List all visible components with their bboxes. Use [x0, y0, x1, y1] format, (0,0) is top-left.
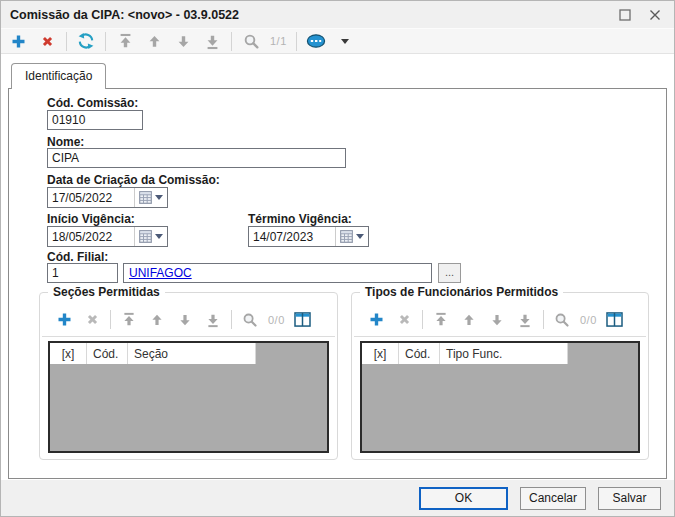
move-last-button[interactable]	[202, 31, 222, 51]
cod-comissao-label: Cód. Comissão:	[47, 96, 138, 110]
caret-down-icon	[155, 234, 163, 243]
caret-down-icon	[341, 39, 349, 48]
tipos-search-button[interactable]	[552, 310, 572, 330]
arrow-up-bar-icon	[117, 33, 134, 50]
secoes-grid[interactable]: [x] Cód. Seção	[48, 341, 329, 453]
view-dropdown-button[interactable]	[335, 31, 355, 51]
termino-vigencia-calendar-button[interactable]	[335, 227, 368, 246]
secoes-delete-button[interactable]	[82, 310, 102, 330]
maximize-icon	[619, 9, 631, 21]
data-criacao-datepicker[interactable]	[47, 187, 168, 208]
tipos-toolbar: 0/0	[354, 299, 646, 337]
card-view-button[interactable]	[306, 31, 326, 51]
secoes-column-chooser-button[interactable]	[293, 310, 313, 330]
tipos-delete-button[interactable]	[394, 310, 414, 330]
search-button[interactable]	[241, 31, 261, 51]
save-button[interactable]: Salvar	[598, 487, 661, 510]
data-criacao-calendar-button[interactable]	[134, 188, 167, 207]
termino-vigencia-datepicker[interactable]	[248, 226, 369, 247]
inicio-vigencia-calendar-button[interactable]	[134, 227, 167, 246]
filial-link[interactable]: UNIFAGOC	[129, 266, 192, 280]
ok-button[interactable]: OK	[419, 487, 508, 510]
toolbar-separator	[422, 310, 423, 329]
secoes-move-down-button[interactable]	[175, 310, 195, 330]
group-title: Seções Permitidas	[48, 285, 165, 299]
secoes-move-up-button[interactable]	[147, 310, 167, 330]
tipos-move-up-button[interactable]	[459, 310, 479, 330]
page-indicator: 1/1	[270, 35, 287, 47]
table-columns-icon	[294, 312, 311, 327]
caret-down-icon	[356, 234, 364, 243]
column-header-cod[interactable]: Cód.	[87, 343, 128, 364]
column-header-check[interactable]: [x]	[50, 343, 87, 364]
toolbar-separator	[105, 32, 106, 51]
refresh-button[interactable]	[76, 31, 96, 51]
client-area: Identificação Cód. Comissão: Nome: Data …	[1, 54, 674, 480]
arrow-down-icon	[489, 312, 505, 328]
secoes-search-button[interactable]	[240, 310, 260, 330]
move-first-button[interactable]	[115, 31, 135, 51]
cancel-button[interactable]: Cancelar	[520, 487, 586, 510]
arrow-down-bar-icon	[517, 312, 533, 328]
move-next-button[interactable]	[173, 31, 193, 51]
tipos-add-button[interactable]	[366, 310, 386, 330]
column-header-tipo-func[interactable]: Tipo Func.	[440, 343, 568, 364]
inicio-vigencia-label: Início Vigência:	[47, 212, 135, 226]
tipos-move-down-button[interactable]	[487, 310, 507, 330]
arrow-up-bar-icon	[433, 312, 449, 328]
tipos-move-first-button[interactable]	[431, 310, 451, 330]
nome-label: Nome:	[47, 135, 84, 149]
secoes-toolbar: 0/0	[42, 299, 335, 337]
delete-record-button[interactable]	[37, 31, 57, 51]
termino-vigencia-input[interactable]	[249, 227, 335, 246]
maximize-button[interactable]	[618, 8, 632, 22]
arrow-down-bar-icon	[204, 33, 221, 50]
column-header-cod[interactable]: Cód.	[399, 343, 440, 364]
caret-down-icon	[155, 195, 163, 204]
plus-icon	[11, 34, 26, 49]
inicio-vigencia-input[interactable]	[48, 227, 134, 246]
tab-identificacao[interactable]: Identificação	[11, 63, 106, 89]
data-criacao-label: Data de Criação da Comissão:	[47, 173, 220, 187]
column-header-secao[interactable]: Seção	[128, 343, 256, 364]
cod-comissao-input[interactable]	[47, 110, 143, 130]
main-toolbar: 1/1	[1, 28, 674, 54]
secoes-move-first-button[interactable]	[119, 310, 139, 330]
tab-label: Identificação	[25, 69, 92, 83]
dialog-footer: OK Cancelar Salvar	[1, 480, 674, 516]
add-record-button[interactable]	[8, 31, 28, 51]
tipos-counter: 0/0	[580, 314, 597, 326]
toolbar-separator	[231, 32, 232, 51]
card-view-icon	[306, 33, 326, 49]
secoes-add-button[interactable]	[54, 310, 74, 330]
cod-filial-input[interactable]	[47, 263, 118, 283]
table-columns-icon	[606, 312, 623, 327]
tipos-move-last-button[interactable]	[515, 310, 535, 330]
secoes-grid-header: [x] Cód. Seção	[50, 343, 327, 364]
magnifier-icon	[243, 33, 260, 50]
calendar-icon	[139, 230, 152, 243]
arrow-up-bar-icon	[121, 312, 137, 328]
termino-vigencia-label: Término Vigência:	[248, 212, 352, 226]
inicio-vigencia-datepicker[interactable]	[47, 226, 168, 247]
toolbar-separator	[231, 310, 232, 329]
filial-browse-button[interactable]: ...	[438, 263, 461, 283]
tipos-column-chooser-button[interactable]	[605, 310, 625, 330]
nome-input[interactable]	[47, 148, 346, 168]
window-controls	[618, 8, 662, 22]
arrow-down-icon	[175, 33, 192, 50]
tab-panel: Cód. Comissão: Nome: Data de Criação da …	[8, 88, 667, 479]
refresh-icon	[77, 32, 95, 50]
magnifier-icon	[554, 312, 570, 328]
move-previous-button[interactable]	[144, 31, 164, 51]
close-button[interactable]	[648, 8, 662, 22]
data-criacao-input[interactable]	[48, 188, 134, 207]
x-mark-icon	[40, 34, 55, 49]
tipos-grid[interactable]: [x] Cód. Tipo Func.	[360, 341, 640, 453]
title-bar: Comissão da CIPA: <novo> - 03.9.0522	[1, 1, 674, 28]
column-header-check[interactable]: [x]	[362, 343, 399, 364]
calendar-icon	[139, 191, 152, 204]
window-title: Comissão da CIPA: <novo> - 03.9.0522	[10, 8, 618, 22]
x-mark-icon	[85, 312, 100, 327]
secoes-move-last-button[interactable]	[203, 310, 223, 330]
